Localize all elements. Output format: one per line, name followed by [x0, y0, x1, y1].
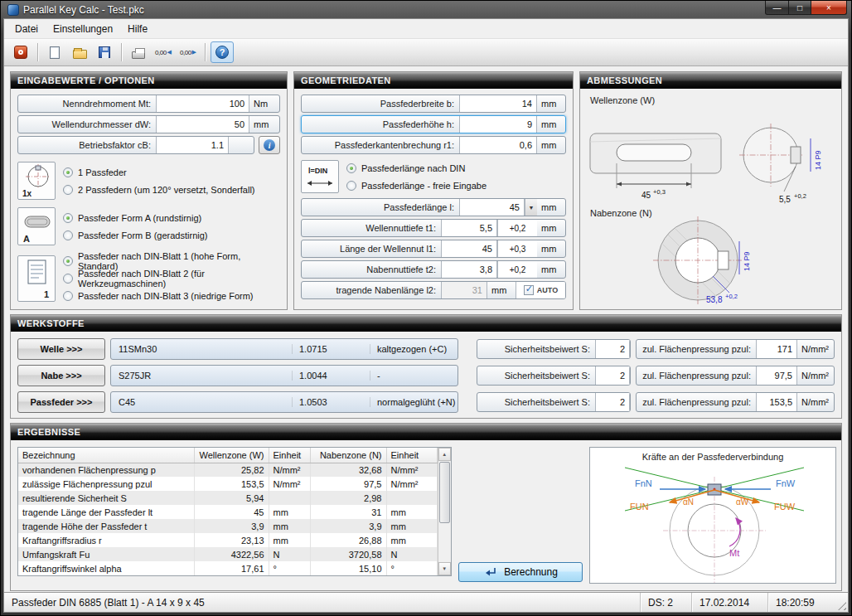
result-w-unit: mm	[269, 505, 310, 519]
scroll-down-icon[interactable]: ▼	[438, 562, 452, 575]
app-icon	[7, 4, 19, 16]
result-name: tragende Höhe der Passfeder t	[18, 519, 194, 533]
nabe-material-field[interactable]: S275JR 1.0044 -	[110, 365, 458, 386]
force-label-fnw: FnW	[776, 478, 796, 488]
chevron-down-icon[interactable]: ▼	[525, 199, 537, 216]
passfeder-material-field[interactable]: C45 1.0503 normalgeglüht (+N)	[110, 391, 458, 413]
sicherheit-welle-input[interactable]: 2	[595, 340, 630, 358]
result-row[interactable]: vorhandenen Flächenpressung p 25,82 N/mm…	[18, 463, 437, 477]
panel-eingabewerte-header: EINGABEWERTE / OPTIONEN	[11, 72, 287, 89]
results-scrollbar[interactable]: ▲ ▼	[438, 448, 452, 575]
exit-icon	[14, 46, 27, 59]
field-sicherheit-nabe: Sicherheitsbeiwert S: 2	[477, 366, 631, 386]
menu-einstellungen[interactable]: Einstellungen	[46, 21, 120, 37]
radio-laenge-frei[interactable]: Passfederlänge - freie Eingabe	[346, 177, 566, 193]
force-diagram-title: Kräfte an der Passfederverbindung	[642, 452, 784, 462]
decimals-decrease-icon: 0,00	[155, 49, 167, 56]
wellendurchmesser-input[interactable]: 50	[156, 116, 249, 133]
menu-datei[interactable]: Datei	[7, 21, 46, 37]
betriebsfaktor-info-button[interactable]: i	[259, 136, 280, 154]
din-sheet-icon: 1	[18, 256, 55, 301]
wellennuttiefe-input[interactable]: 5,5	[441, 220, 497, 236]
wellendurchmesser-unit: mm	[249, 116, 279, 133]
result-n-value: 15,10	[310, 561, 386, 575]
resize-grip[interactable]	[835, 593, 848, 612]
decimals-decrease-button[interactable]: 0,00◀	[152, 41, 175, 63]
exit-button[interactable]	[9, 41, 32, 63]
form-group: A Passfeder Form A (rundstirnig)	[17, 207, 280, 245]
radio-1-passfeder[interactable]: 1 Passfeder	[63, 164, 280, 180]
nabennuttiefe-input[interactable]: 3,8	[441, 261, 497, 278]
radio-din-blatt-2[interactable]: Passfeder nach DIN-Blatt 2 (für Werkzeug…	[63, 270, 280, 286]
material-name: S275JR	[111, 371, 292, 381]
passfeder-select-button[interactable]: Passfeder >>>	[17, 391, 105, 413]
scrollbar-thumb[interactable]	[439, 462, 451, 523]
nabenzone-label: Nabenzone (N)	[590, 208, 652, 218]
result-row[interactable]: Kraftangriffsradius r 23,13 mm 26,88 mm	[18, 533, 437, 547]
passfederbreite-label: Passfederbreite b:	[302, 95, 459, 112]
radio-din-blatt-3[interactable]: Passfeder nach DIN-Blatt 3 (niedrige For…	[63, 288, 280, 303]
tool-bar: 0,00◀ 0,00▶ ?	[4, 39, 848, 66]
passfederbreite-input[interactable]: 14	[459, 95, 537, 112]
dim-nabe: 53,8	[706, 295, 723, 304]
radio-form-b[interactable]: Passfeder Form B (geradstirnig)	[63, 227, 280, 243]
save-button[interactable]	[93, 41, 116, 63]
pzul-unit: N/mm²	[797, 366, 834, 385]
passfederhoehe-input[interactable]: 9	[459, 116, 537, 133]
print-button[interactable]	[127, 41, 150, 63]
force-diagram-panel: Kräfte an der Passfederverbindung	[589, 447, 836, 584]
result-row[interactable]: Umfangskraft Fu 4322,56 N 3720,58 N	[18, 547, 437, 561]
open-file-button[interactable]	[68, 41, 91, 63]
auto-checkbox[interactable]	[524, 285, 534, 295]
radio-form-a[interactable]: Passfeder Form A (rundstirnig)	[63, 210, 280, 226]
nenndrehmoment-input[interactable]: 100	[156, 95, 249, 112]
new-file-icon	[50, 46, 60, 59]
panel-abmessungen-header: ABMESSUNGEN	[580, 72, 841, 89]
result-row[interactable]: tragende Länge der Passfeder lt 45 mm 31…	[18, 505, 437, 519]
kantenbrechung-input[interactable]: 0,6	[459, 137, 537, 153]
welle-material-field[interactable]: 11SMn30 1.0715 kaltgezogen (+C)	[110, 338, 458, 360]
welle-select-button[interactable]: Welle >>>	[17, 338, 105, 360]
radio-label: Passfeder nach DIN-Blatt 2 (für Werkzeug…	[78, 269, 280, 289]
dim-welle-laenge-tol: +0,3	[653, 188, 666, 196]
maximize-button[interactable]: □	[789, 1, 811, 15]
scroll-up-icon[interactable]: ▲	[438, 448, 452, 461]
window-title: Parallel Key Calc - Test.pkc	[23, 4, 761, 16]
field-pzul-passfeder: zul. Flächenpressung pzul: 153,5 N/mm²	[636, 392, 835, 412]
result-w-value: 5,94	[194, 491, 269, 505]
title-bar[interactable]: Parallel Key Calc - Test.pkc — □ ×	[3, 1, 849, 18]
nabenlaenge-unit: mm	[487, 282, 516, 298]
field-wellennutlaenge: Länge der Wellennut l1: 45 +0,3 mm	[301, 240, 566, 258]
minimize-button[interactable]: —	[765, 1, 789, 15]
sicherheit-passfeder-input[interactable]: 2	[595, 393, 630, 411]
print-icon	[132, 51, 145, 59]
new-file-button[interactable]	[43, 41, 66, 63]
radio-label: Passfeder Form B (geradstirnig)	[78, 230, 208, 240]
radio-2-passfedern[interactable]: 2 Passfedern (um 120° versetzt, Sonderfa…	[63, 182, 280, 197]
decimals-increase-button[interactable]: 0,00▶	[177, 41, 200, 63]
nabenlaenge-auto-toggle[interactable]: AUTO	[516, 282, 565, 298]
scrollbar-track[interactable]	[438, 461, 452, 562]
pzul-nabe-value: 97,5	[756, 366, 797, 385]
result-row[interactable]: Kraftangriffswinkel alpha 17,61 ° 15,10 …	[18, 561, 437, 575]
radio-laenge-din[interactable]: Passfederlänge nach DIN	[346, 160, 566, 176]
force-label-fnn: FnN	[635, 478, 652, 488]
nabe-select-button[interactable]: Nabe >>>	[17, 365, 105, 386]
berechnung-button[interactable]: Berechnung	[458, 562, 583, 582]
pzul-unit: N/mm²	[797, 393, 834, 411]
radio-din-blatt-1[interactable]: Passfeder nach DIN-Blatt 1 (hohe Form, S…	[63, 253, 280, 269]
radio-icon	[63, 167, 73, 177]
result-row[interactable]: tragende Höhe der Passfeder t 3,9 mm 3,9…	[18, 519, 437, 533]
result-name: zulässige Flächenpressung pzul	[18, 477, 194, 491]
passfederlaenge-select[interactable]: 45	[459, 199, 525, 216]
help-button[interactable]: ?	[211, 41, 234, 63]
menu-hilfe[interactable]: Hilfe	[120, 21, 155, 37]
result-row[interactable]: resultierende Sicherheit S 5,94 2,98	[18, 491, 437, 505]
field-wellendurchmesser: Wellendurchmesser dW: 50 mm	[17, 115, 280, 133]
result-row[interactable]: zulässige Flächenpressung pzul 153,5 N/m…	[18, 477, 437, 491]
panel-ergebnisse: ERGEBNISSE Bezeichnung Wellenzone (W) Ei…	[10, 423, 842, 591]
betriebsfaktor-input[interactable]: 1.1	[156, 137, 229, 153]
sicherheit-nabe-input[interactable]: 2	[595, 366, 630, 385]
close-button[interactable]: ×	[811, 1, 847, 15]
wellennutlaenge-input[interactable]: 45	[441, 240, 497, 257]
